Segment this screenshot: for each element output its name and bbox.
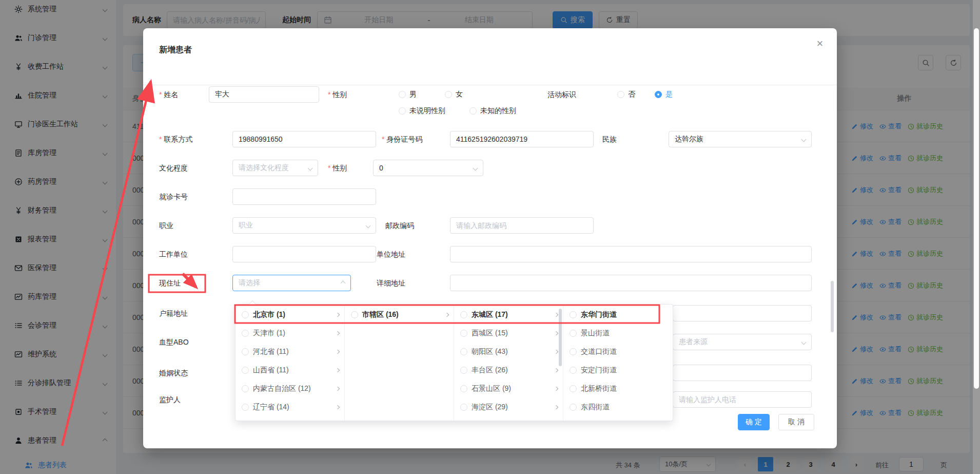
chevron-right-icon — [554, 368, 558, 372]
contact-input[interactable] — [232, 131, 376, 147]
cascader-column-3: 东城区 (17)西城区 (15)朝阳区 (43)丰台区 (26)石景山区 (9)… — [454, 305, 563, 421]
cascader-option[interactable]: 东华门街道 — [563, 306, 673, 324]
gender_radio-label: 性别 — [328, 89, 347, 100]
cascader-option-label: 河北省 (11) — [253, 347, 289, 356]
visit_card-label: 就诊卡号 — [159, 192, 188, 202]
household-input[interactable] — [673, 305, 812, 321]
chevron-right-icon — [554, 405, 558, 409]
postal-input[interactable] — [450, 217, 594, 234]
gender_radio-radio-0[interactable]: 男 — [399, 89, 417, 100]
guardian-label: 监护人 — [159, 394, 181, 405]
employer-input[interactable] — [232, 246, 376, 262]
current_address-select[interactable]: 请选择 — [232, 275, 351, 291]
chevron-right-icon — [554, 350, 558, 354]
cascader-option[interactable]: 内蒙古自治区 (12) — [236, 380, 344, 398]
chevron-right-icon — [336, 313, 340, 317]
radio-label: 男 — [409, 90, 417, 99]
guardian-input[interactable] — [673, 391, 812, 408]
chevron-right-icon — [336, 350, 340, 354]
cascader-option[interactable]: 东四街道 — [563, 398, 673, 416]
cascader-option[interactable]: 辽宁省 (14) — [236, 398, 344, 416]
cascader-option[interactable]: 海淀区 (29) — [454, 398, 563, 416]
id_number-input[interactable] — [450, 131, 594, 147]
chevron-right-icon — [554, 387, 558, 391]
active_flag-label: 活动标识 — [547, 89, 576, 100]
radio-label: 是 — [665, 90, 673, 99]
close-icon[interactable]: × — [813, 37, 827, 50]
cascader-option-label: 内蒙古自治区 (12) — [253, 384, 311, 393]
chevron-up-icon — [341, 280, 346, 286]
app: 系统管理门诊管理收费工作站住院管理门诊医生工作站库房管理药房管理财务管理报表管理… — [0, 0, 980, 474]
cascader-option[interactable]: 北新桥街道 — [563, 380, 673, 398]
radio-circle-icon — [242, 348, 249, 355]
cascader-option[interactable]: 景山街道 — [563, 324, 673, 343]
nation-select-value: 达斡尔族 — [675, 135, 703, 144]
cascader-option-label: 海淀区 (29) — [472, 403, 508, 412]
active_flag-radio-0[interactable]: 否 — [617, 89, 635, 100]
cascader-option[interactable]: 东城区 (17) — [454, 306, 563, 324]
radio-circle-icon — [399, 91, 406, 98]
page-scrollbar-thumb[interactable] — [974, 28, 979, 389]
cascader-column-4: 东华门街道景山街道交道口街道安定门街道北新桥街道东四街道 — [563, 305, 673, 421]
radio-circle-icon — [460, 385, 467, 392]
gender_radio-radio-2[interactable]: 未说明性别 — [399, 106, 445, 116]
cascader-column-2: 市辖区 (16) — [345, 305, 454, 421]
cascader-option-label: 市辖区 (16) — [362, 310, 399, 319]
radio-circle-icon — [460, 311, 467, 318]
marital-label: 婚姻状态 — [159, 368, 188, 378]
page-scrollbar[interactable] — [973, 0, 980, 474]
gender_select-select[interactable]: 0 — [373, 160, 483, 176]
dialog-scrollbar-thumb[interactable] — [831, 281, 834, 332]
dialog-header-divider — [143, 85, 837, 85]
radio-circle-icon — [570, 404, 577, 411]
cascader-option[interactable]: 北京市 (1) — [236, 306, 344, 324]
detail_address-input[interactable] — [450, 275, 812, 291]
gender_select-select-value: 0 — [379, 164, 383, 172]
cascader-option-label: 东四街道 — [581, 403, 610, 412]
employer_address-label: 单位地址 — [377, 249, 405, 259]
blood-select[interactable]: 患者来源 — [673, 334, 812, 350]
cascader-option[interactable]: 西城区 (15) — [454, 324, 563, 343]
cascader-option[interactable]: 朝阳区 (43) — [454, 343, 563, 361]
marital-input[interactable] — [673, 365, 812, 381]
name-input[interactable] — [209, 86, 319, 103]
cascader-scrollbar-thumb[interactable] — [559, 309, 562, 366]
radio-circle-icon — [242, 385, 249, 392]
chevron-right-icon — [445, 313, 449, 317]
chevron-right-icon — [336, 405, 340, 409]
cascader-option[interactable]: 山西省 (11) — [236, 361, 344, 380]
radio-circle-icon — [655, 91, 662, 98]
cascader-option-label: 东城区 (17) — [472, 310, 508, 319]
confirm-button[interactable]: 确 定 — [738, 414, 770, 430]
radio-label: 未说明性别 — [409, 106, 445, 116]
visit_card-input[interactable] — [232, 188, 376, 205]
contact-label: 联系方式 — [159, 134, 192, 144]
active_flag-radio-1[interactable]: 是 — [655, 89, 673, 100]
cascader-option[interactable]: 安定门街道 — [563, 361, 673, 380]
radio-circle-icon — [570, 385, 577, 392]
dialog-title: 新增患者 — [159, 45, 192, 55]
cascader-option[interactable]: 交道口街道 — [563, 343, 673, 361]
cascader-option-label: 北京市 (1) — [253, 310, 285, 319]
employer_address-input[interactable] — [450, 246, 812, 262]
chevron-right-icon — [554, 331, 558, 335]
cascader-option[interactable]: 市辖区 (16) — [345, 306, 454, 324]
cascader-option-label: 山西省 (11) — [253, 366, 289, 375]
radio-circle-icon — [570, 311, 577, 318]
cascader-option[interactable]: 天津市 (1) — [236, 324, 344, 343]
nation-select[interactable]: 达斡尔族 — [669, 131, 812, 147]
cascader-option[interactable]: 河北省 (11) — [236, 343, 344, 361]
postal-label: 邮政编码 — [385, 220, 414, 231]
gender_radio-radio-1[interactable]: 女 — [445, 89, 463, 100]
cascader-option-label: 辽宁省 (14) — [253, 403, 289, 412]
cascader-option-label: 丰台区 (26) — [472, 366, 508, 375]
occupation-select[interactable]: 职业 — [232, 217, 376, 234]
cascader-option-label: 朝阳区 (43) — [472, 347, 508, 356]
cascader-option[interactable]: 丰台区 (26) — [454, 361, 563, 380]
radio-label: 女 — [456, 90, 463, 99]
gender_radio-radio-3[interactable]: 未知的性别 — [469, 106, 516, 116]
cascader-option-label: 天津市 (1) — [253, 329, 285, 338]
cascader-option[interactable]: 石景山区 (9) — [454, 380, 563, 398]
education-select[interactable]: 请选择文化程度 — [232, 160, 318, 176]
cancel-button[interactable]: 取 消 — [778, 414, 814, 430]
